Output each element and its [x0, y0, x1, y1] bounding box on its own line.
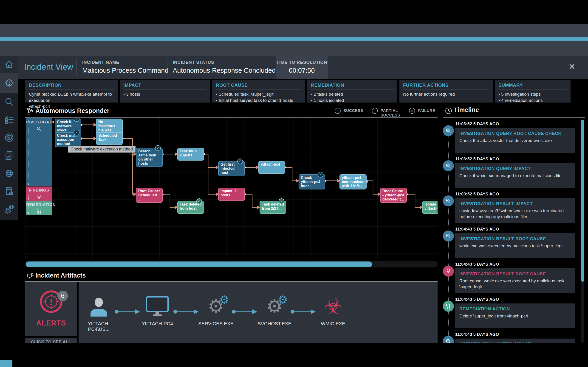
timeline-entry-type: REMEDIATION ACTION [459, 307, 571, 311]
flow-node-label: yiftach-pc4 communicated with 1 infe... [342, 176, 368, 188]
secondary-toolbar-band [0, 41, 588, 56]
header-separator [167, 59, 167, 76]
timeline-entry-type: INVESTIGATION RESULT ROOT CAUSE [459, 271, 571, 276]
scrollbar-thumb[interactable] [26, 261, 372, 267]
legend-item-failure: ✕FAILURE [409, 108, 435, 117]
flow-node-n12[interactable]: Impact: 2 hosts [218, 188, 245, 201]
flow-node-n7[interactable]: Get first infected host✓ [218, 161, 245, 176]
incident-status-label: INCIDENT STATUS [173, 60, 276, 65]
responder-title: Automomous Responder [35, 107, 110, 115]
timeline-tools-icon [443, 301, 454, 312]
user-icon [79, 294, 118, 319]
biohazard-icon: ☣ [313, 294, 353, 319]
timeline-timestamp: 11:04:43 5 DAYS AGO [455, 332, 499, 337]
timeline-panel: Timeline 11:03:52 5 DAYS AGOINVESTIGATIO… [443, 106, 588, 343]
divider [443, 117, 585, 118]
scrollbar-thumb[interactable] [581, 120, 584, 282]
success-badge-icon: ✓ [237, 158, 243, 164]
flow-node-label: Task foun... 2 hosts [180, 149, 200, 157]
timeline-timestamp: 11:04:43 5 DAYS AGO [455, 227, 499, 232]
incident-name-label: INCIDENT NAME [82, 60, 169, 65]
legend-status-icon: ~ [372, 108, 378, 114]
incident-header: Incident View INCIDENT NAME Malicious Pr… [18, 56, 588, 79]
accent-stripe [0, 37, 588, 41]
home-icon [4, 59, 14, 70]
vertical-scrollbar[interactable] [581, 119, 584, 343]
sidebar-item-audit[interactable] [0, 183, 18, 201]
timeline-search-icon [443, 125, 454, 136]
clipboard-check-icon [4, 186, 14, 197]
card-title: ROOT CAUSE [216, 83, 302, 88]
card-text: • Scheduled task: \super_legit [216, 91, 302, 98]
summary-card-impact: IMPACT• 3 hosts [120, 80, 210, 102]
flow-node-n10[interactable]: yiftach-pc4 communicated with 1 infe... [339, 174, 367, 190]
artifact-gears[interactable]: ⚙⚙SVCHOST.EXE [255, 294, 294, 331]
flow-node-n8[interactable]: yiftach-pc4 [258, 161, 285, 174]
timeline-entry[interactable]: INVESTIGATION RESULT IMPACTc:\windows\sy… [455, 198, 575, 223]
artifacts-section: Incident Artifacts 6 ALERTS CLICK TO SEE… [25, 273, 438, 344]
flow-node-n15[interactable]: Task deleted from 2/2 h...✓ [259, 201, 286, 214]
alert-target-icon [4, 77, 15, 89]
sidebar-item-tasks[interactable] [0, 111, 18, 129]
flow-node-n3[interactable]: Check mal... execution method✓ [55, 132, 81, 147]
flow-node-n4[interactable]: Scheduled Task [96, 132, 123, 145]
artifact-gears[interactable]: ⚙⚙SERVICES.EXE [196, 294, 235, 331]
ttr-value: 00:07:50 [276, 67, 328, 74]
sidebar-item-reports[interactable] [0, 147, 18, 165]
status-legend: ✓SUCCESS~PARTIAL SUCCESS✕FAILURE [335, 108, 435, 117]
computer-search-icon [27, 273, 34, 281]
sidebar-item-network[interactable] [0, 165, 18, 183]
flow-node-n16[interactable]: Isolate yiftach-p...✓ [422, 201, 438, 214]
incident-name-value: Malicious Process Command [82, 67, 169, 74]
sidebar-item-home[interactable] [0, 56, 18, 73]
monitor-icon [138, 294, 177, 319]
flow-node-label: Check yiftach-pc4 inter... [301, 176, 320, 188]
horizontal-scrollbar[interactable] [25, 261, 438, 267]
responder-section: Automomous Responder ✓SUCCESS~PARTIAL SU… [25, 106, 438, 268]
legend-label: PARTIAL SUCCESS [380, 108, 400, 117]
timeline-entry[interactable]: INVESTIGATION QUERY IMPACTCheck if wmic.… [455, 163, 575, 188]
ttr-label: TIME TO RESOLUTION [276, 60, 328, 65]
success-badge-icon: ✓ [74, 118, 79, 122]
timeline-entry[interactable]: INVESTIGATION RESULT ROOT CAUSEwmic.exe … [455, 233, 575, 258]
top-black-band [0, 0, 588, 24]
alerts-card[interactable]: 6 ALERTS [25, 282, 77, 336]
timeline-entry[interactable]: REMEDIATION ACTIONDelete \super_legit fr… [455, 303, 575, 328]
artifact-biohazard[interactable]: ☣WMIC.EXE [313, 294, 353, 331]
flow-node-n14[interactable]: Task deleted from host✓ [177, 201, 204, 214]
timeline-entry[interactable]: INVESTIGATION QUERY IMPACTCheck if \supe… [455, 339, 575, 343]
flow-node-label: Scheduled Task [98, 133, 117, 142]
incident-status-value: Autonomous Response Concluded [173, 67, 276, 74]
timeline-search-icon [443, 195, 454, 206]
timeline-entry[interactable]: INVESTIGATION QUERY ROOT CAUSE CHECKChec… [455, 128, 575, 153]
timeline-entry-type: INVESTIGATION RESULT IMPACT [459, 201, 571, 206]
flow-node-n13[interactable]: Root Cause - yiftach-pc4 delivered t... [380, 188, 407, 203]
time-to-resolution-block: TIME TO RESOLUTION 00:07:50 [276, 56, 328, 79]
artifact-label: YIFTACH-PC4\US... [79, 321, 118, 332]
flow-node-n9[interactable]: Check yiftach-pc4 inter...✓ [299, 174, 325, 190]
flow-node-n6[interactable]: Task foun... 2 hosts [177, 148, 204, 161]
close-icon[interactable]: ✕ [569, 63, 575, 71]
flow-node-n11[interactable]: Root Cause: Scheduled ... [136, 188, 163, 203]
artifact-monitor[interactable]: YIFTACH-PC4 [138, 294, 177, 331]
flow-node-label: yiftach-pc4 [261, 162, 280, 166]
clock-icon [445, 107, 452, 116]
timeline-title: Timeline [454, 106, 479, 114]
timeline-entry-text: Check if wmic.exe managed to execute mal… [459, 173, 571, 179]
timeline-entry[interactable]: INVESTIGATION RESULT ROOT CAUSERoot caus… [455, 268, 575, 293]
artifact-user[interactable]: YIFTACH-PC4\US... [79, 294, 118, 331]
flow-node-n5[interactable]: Search same task on other hosts✓ [136, 148, 163, 167]
card-text: Cynet blocked LOLbin wmic.exe attempt to… [29, 91, 114, 103]
card-title: IMPACT [123, 83, 207, 88]
sidebar-item-search[interactable] [0, 93, 18, 111]
summary-card-remediation: REMEDIATION• 2 tasks deleted• 1 hosts is… [307, 80, 397, 102]
top-toolbar-band [0, 24, 588, 37]
timeline-search-icon [443, 160, 454, 171]
sidebar-item-settings[interactable] [0, 201, 18, 219]
sidebar-item-target[interactable] [0, 129, 18, 147]
sidebar-item-incidents[interactable] [0, 73, 18, 93]
artifacts-title: Incident Artifacts [35, 272, 86, 279]
flow-node-label: Isolate yiftach-p... [424, 202, 438, 210]
artifact-chain-panel: YIFTACH-PC4\US...YIFTACH-PC4⚙⚙SERVICES.E… [78, 282, 438, 347]
timeline-entry-text: c:\windows\system32\wbem\wmic.exe was te… [459, 208, 571, 219]
